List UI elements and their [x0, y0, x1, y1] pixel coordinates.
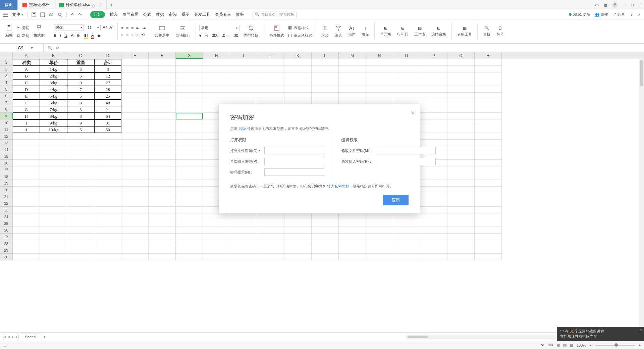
cell[interactable] [393, 66, 420, 72]
underline-icon[interactable]: U [64, 33, 67, 38]
cell[interactable] [13, 213, 40, 220]
cell[interactable] [94, 173, 121, 180]
cell[interactable] [447, 180, 475, 187]
cell[interactable] [149, 106, 176, 113]
row-head[interactable]: 10 [0, 119, 13, 126]
cell[interactable]: 2/kg [40, 72, 67, 79]
cell[interactable] [312, 213, 339, 220]
cell[interactable] [284, 234, 312, 240]
cell[interactable] [447, 193, 475, 200]
formula-input[interactable] [62, 45, 640, 50]
cell[interactable] [230, 86, 257, 93]
cell[interactable] [420, 180, 447, 187]
dialog-close-icon[interactable]: × [411, 109, 415, 116]
cell[interactable] [176, 133, 203, 140]
cell[interactable] [13, 160, 40, 166]
ribbon-tab-review[interactable]: 审阅 [169, 12, 177, 17]
sheet-nav-next-icon[interactable]: ▸ [12, 335, 14, 339]
cell[interactable] [40, 146, 67, 153]
cell[interactable] [312, 227, 339, 234]
cell[interactable] [149, 140, 176, 146]
cell[interactable]: G [13, 106, 40, 113]
cell[interactable] [393, 220, 420, 227]
cell[interactable] [230, 247, 257, 254]
select-all-corner[interactable] [0, 52, 13, 59]
name-box-input[interactable] [11, 46, 31, 50]
cell[interactable] [149, 86, 176, 93]
align-top-icon[interactable]: ≡ [121, 26, 123, 31]
cell[interactable] [121, 187, 149, 193]
cell[interactable] [475, 247, 502, 254]
cell[interactable] [40, 193, 67, 200]
cell[interactable]: 21 [94, 106, 121, 113]
inc-dec-icon[interactable]: .0→ [222, 33, 229, 38]
cell[interactable] [475, 207, 502, 213]
undo-icon[interactable]: ↶ [71, 12, 74, 17]
cell[interactable] [40, 160, 67, 166]
cell[interactable] [420, 234, 447, 240]
cell[interactable] [447, 166, 475, 173]
cell[interactable]: B [13, 72, 40, 79]
cell[interactable] [203, 220, 230, 227]
cell[interactable] [230, 227, 257, 234]
cell[interactable] [257, 240, 284, 247]
cell[interactable] [393, 86, 420, 93]
cell[interactable] [257, 59, 284, 66]
cell[interactable] [257, 79, 284, 86]
cell[interactable] [121, 133, 149, 140]
cell[interactable] [203, 93, 230, 99]
cell[interactable] [475, 106, 502, 113]
row-head[interactable]: 6 [0, 93, 13, 99]
row-head[interactable]: 29 [0, 247, 13, 254]
cell[interactable] [203, 247, 230, 254]
cell[interactable] [40, 220, 67, 227]
cell[interactable] [40, 166, 67, 173]
col-head-J[interactable]: J [257, 52, 284, 59]
cell[interactable]: 6 [67, 72, 94, 79]
sheet-icon[interactable]: ▤ [418, 26, 422, 31]
apps-icon[interactable]: ▦ [603, 3, 607, 7]
coop-button[interactable]: 👥 协作 [595, 12, 608, 17]
row-head[interactable]: 18 [0, 173, 13, 180]
cell[interactable] [67, 166, 94, 173]
cell[interactable] [393, 213, 420, 220]
col-head-B[interactable]: B [40, 52, 67, 59]
cell[interactable] [312, 240, 339, 247]
cell[interactable] [67, 220, 94, 227]
cell[interactable] [447, 119, 475, 126]
password-hint-input[interactable] [264, 168, 324, 176]
cell[interactable] [284, 247, 312, 254]
cell[interactable] [149, 247, 176, 254]
cell[interactable] [339, 220, 366, 227]
hscroll-thumb[interactable] [408, 336, 428, 338]
cell[interactable] [312, 247, 339, 254]
cell[interactable] [393, 59, 420, 66]
close-icon[interactable]: × [638, 3, 641, 7]
cell[interactable] [176, 220, 203, 227]
cell[interactable] [475, 213, 502, 220]
row-head[interactable]: 23 [0, 207, 13, 213]
cell[interactable] [447, 93, 475, 99]
cell[interactable] [366, 72, 393, 79]
cell[interactable] [230, 240, 257, 247]
cell[interactable] [67, 234, 94, 240]
cell[interactable] [447, 213, 475, 220]
cell[interactable] [13, 146, 40, 153]
cell[interactable] [339, 86, 366, 93]
cell[interactable] [40, 153, 67, 160]
cell[interactable] [475, 86, 502, 93]
cell[interactable] [339, 66, 366, 72]
cell[interactable] [13, 180, 40, 187]
cell[interactable] [176, 86, 203, 93]
cell[interactable] [121, 200, 149, 207]
cell[interactable] [257, 227, 284, 234]
cell[interactable]: 1/kg [40, 66, 67, 72]
align-justify-icon[interactable]: ≡ [136, 33, 139, 37]
cell[interactable] [284, 254, 312, 260]
cell[interactable] [121, 180, 149, 187]
cell[interactable]: 种类 [13, 59, 40, 66]
cell[interactable] [366, 247, 393, 254]
cell[interactable]: 64 [94, 113, 121, 119]
cell[interactable] [13, 153, 40, 160]
cell[interactable] [176, 99, 203, 106]
